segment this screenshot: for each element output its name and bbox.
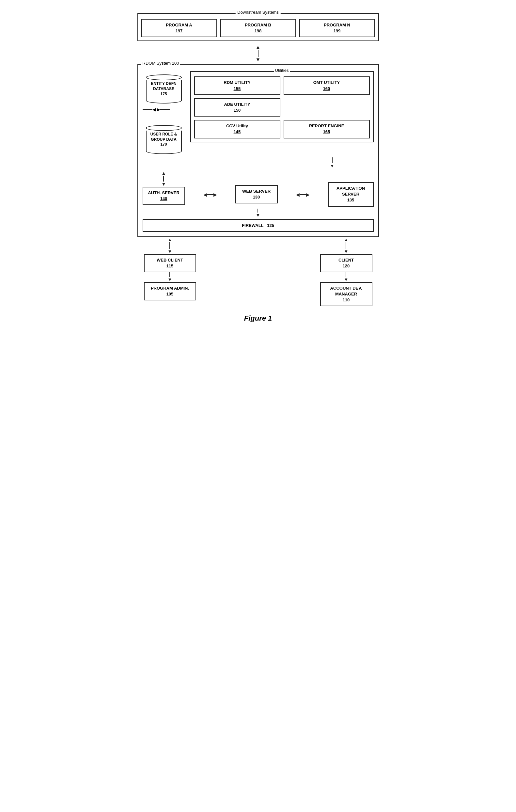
- auth-server-col: ▲ ▼ AUTH. SERVER 140: [143, 170, 185, 205]
- arrow-webclient-programadmin: ▼: [168, 272, 172, 282]
- app-server-box: APPLICATION SERVER 135: [328, 182, 374, 207]
- program-b-box: PROGRAM B 198: [220, 19, 296, 37]
- entity-db-num: 175: [160, 92, 167, 96]
- ccv-utility-num: 145: [234, 129, 241, 135]
- web-client-num: 115: [166, 263, 174, 269]
- omt-utility-name: OMT UTILITY: [313, 80, 340, 86]
- firewall-name: FIREWALL: [242, 223, 263, 228]
- figure-caption: Figure 1: [138, 314, 379, 323]
- cylinder-bottom-1: [146, 98, 182, 104]
- program-n-box: PROGRAM N 199: [299, 19, 375, 37]
- ade-utility-num: 150: [234, 108, 241, 113]
- firewall-box: FIREWALL 125: [143, 219, 374, 232]
- account-dev-mgr-num: 110: [343, 297, 350, 303]
- rdom-label: RDOM System 100: [141, 61, 181, 66]
- client-name: CLIENT: [338, 257, 354, 263]
- ccv-utility-box: CCV Utility 145: [194, 120, 280, 138]
- utilities-left-col: RDM UTILITY 155 ADE UTILITY 150 CCV Util…: [194, 77, 280, 138]
- cylinder-top-1: [146, 75, 182, 80]
- omt-utility-num: 160: [323, 86, 330, 92]
- app-server-num: 135: [347, 197, 355, 203]
- program-n-name: PROGRAM N: [324, 22, 350, 28]
- cylinder-body-2: USER ROLE & GROUP DATA 170: [146, 130, 182, 149]
- client-col: ▲ ▼ CLIENT 120 ▼ ACCOUNT DEV. MANAGER 11…: [314, 237, 379, 307]
- auth-server-box: AUTH. SERVER 140: [143, 187, 185, 205]
- program-b-num: 198: [254, 28, 262, 34]
- web-client-col: ▲ ▼ WEB CLIENT 115 ▼ PROGRAM ADMIN. 105: [138, 237, 203, 307]
- programs-row: PROGRAM A 197 PROGRAM B 198 PROGRAM N 19…: [141, 19, 375, 37]
- app-server-name: APPLICATION SERVER: [333, 185, 369, 197]
- entity-defn-db: ENTITY DEFN DATABASE 175: [146, 75, 182, 104]
- spacer-utilities: [284, 98, 370, 117]
- arrow-utilities-appserver: ▼: [143, 157, 374, 169]
- firewall-num: 125: [267, 223, 274, 228]
- account-dev-mgr-box: ACCOUNT DEV. MANAGER 110: [320, 282, 372, 307]
- report-engine-num: 165: [323, 129, 330, 135]
- web-server-box: WEB SERVER 130: [235, 185, 278, 203]
- user-role-to-auth-arrow: ▲ ▼: [161, 170, 166, 187]
- report-engine-box: REPORT ENGINE 165: [284, 120, 370, 138]
- servers-row: ▲ ▼ AUTH. SERVER 140 ◀ ▶ WEB SERVER: [143, 169, 374, 207]
- entity-arrow: ◀ ▶: [143, 107, 185, 112]
- utilities-container: Utilities RDM UTILITY 155 ADE UTILITY 15…: [190, 71, 374, 142]
- arrow-client-accountdev: ▼: [344, 272, 348, 282]
- client-box: CLIENT 120: [320, 254, 372, 272]
- web-server-name: WEB SERVER: [242, 188, 271, 194]
- ade-utility-name: ADE UTILITY: [224, 102, 250, 108]
- program-admin-box: PROGRAM ADMIN. 105: [144, 282, 196, 300]
- utilities-label: Utilities: [274, 68, 290, 73]
- program-n-num: 199: [334, 28, 341, 34]
- rdom-top-section: ENTITY DEFN DATABASE 175 ◀ ▶: [143, 71, 374, 154]
- databases-col: ENTITY DEFN DATABASE 175 ◀ ▶: [143, 71, 185, 154]
- rdm-utility-name: RDM UTILITY: [223, 80, 250, 86]
- rdom-system-container: RDOM System 100 ENTITY DEFN DATABASE 175: [138, 64, 379, 237]
- program-a-box: PROGRAM A 197: [141, 19, 217, 37]
- ccv-utility-name: CCV Utility: [226, 123, 248, 129]
- cylinder-top-2: [146, 125, 182, 131]
- web-client-name: WEB CLIENT: [157, 257, 183, 263]
- entity-db-name: ENTITY DEFN DATABASE: [151, 81, 176, 91]
- program-a-name: PROGRAM A: [166, 22, 192, 28]
- user-role-name: USER ROLE & GROUP DATA: [150, 132, 177, 142]
- program-b-name: PROGRAM B: [245, 22, 271, 28]
- arrow-auth-web: ◀ ▶: [203, 192, 217, 197]
- app-server-col: APPLICATION SERVER 135: [328, 169, 374, 207]
- user-role-num: 170: [160, 142, 167, 147]
- downstream-label: Downstream Systems: [235, 10, 280, 15]
- report-engine-name: REPORT ENGINE: [309, 123, 344, 129]
- bottom-section: ▲ ▼ WEB CLIENT 115 ▼ PROGRAM ADMIN. 105: [138, 237, 379, 307]
- program-a-num: 197: [176, 28, 183, 34]
- arrow-firewall-webclient: ▲ ▼: [168, 237, 172, 254]
- downstream-systems-container: Downstream Systems PROGRAM A 197 PROGRAM…: [138, 13, 379, 41]
- arrow-web-firewall: ▼: [143, 209, 374, 218]
- auth-server-num: 140: [160, 196, 168, 202]
- rdm-utility-num: 155: [234, 86, 241, 92]
- web-server-num: 130: [253, 194, 260, 200]
- utilities-right-col: OMT UTILITY 160 REPORT ENGINE 165: [284, 77, 370, 138]
- arrow-downstream-rdom: ▲ ▼: [138, 45, 379, 63]
- utilities-section: Utilities RDM UTILITY 155 ADE UTILITY 15…: [190, 71, 374, 154]
- auth-server-name: AUTH. SERVER: [148, 190, 180, 196]
- rdm-utility-box: RDM UTILITY 155: [194, 77, 280, 95]
- program-admin-num: 105: [166, 291, 174, 297]
- web-server-col: WEB SERVER 130: [235, 172, 278, 203]
- arrow-web-app: ◀ ▶: [296, 192, 310, 197]
- user-role-db: USER ROLE & GROUP DATA 170: [146, 125, 182, 154]
- cylinder-bottom-2: [146, 148, 182, 154]
- page: Downstream Systems PROGRAM A 197 PROGRAM…: [131, 6, 386, 329]
- omt-utility-box: OMT UTILITY 160: [284, 77, 370, 95]
- cylinder-body-1: ENTITY DEFN DATABASE 175: [146, 80, 182, 98]
- account-dev-mgr-name: ACCOUNT DEV. MANAGER: [325, 285, 368, 297]
- web-client-box: WEB CLIENT 115: [144, 254, 196, 272]
- ade-utility-box: ADE UTILITY 150: [194, 98, 280, 117]
- client-num: 120: [343, 263, 350, 269]
- utilities-grid: RDM UTILITY 155 ADE UTILITY 150 CCV Util…: [194, 77, 370, 138]
- arrow-firewall-client: ▲ ▼: [344, 237, 348, 254]
- program-admin-name: PROGRAM ADMIN.: [151, 285, 189, 291]
